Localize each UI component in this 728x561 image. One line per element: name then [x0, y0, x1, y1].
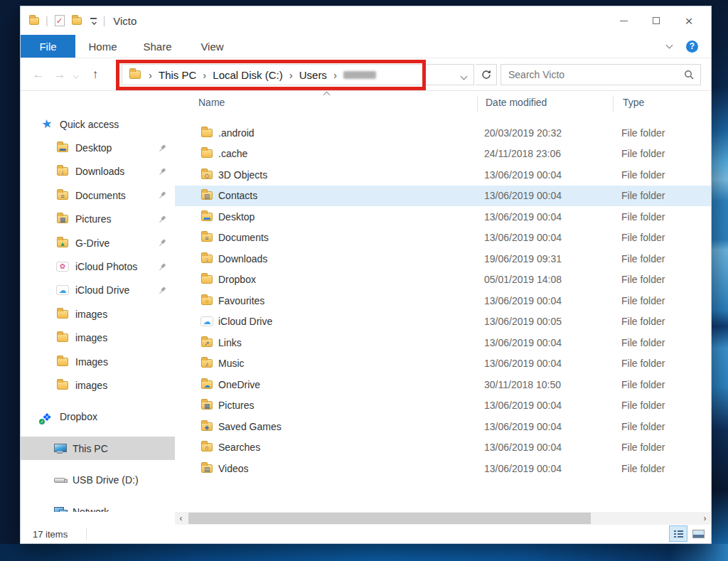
address-dropdown-button[interactable] — [461, 69, 466, 81]
tab-home[interactable]: Home — [75, 35, 130, 58]
breadcrumb-users[interactable]: Users — [299, 69, 327, 81]
breadcrumb-separator: › — [149, 69, 152, 81]
customize-qat-dropdown-icon[interactable] — [90, 18, 97, 24]
sidebar-item-g-drive[interactable]: ▲ G-Drive — [21, 231, 175, 255]
file-row-cache[interactable]: .cache24/11/2018 23:06File folder — [175, 144, 711, 165]
desktop-folder-icon: ▬ — [57, 144, 68, 152]
search-input[interactable] — [501, 69, 684, 80]
details-view-button[interactable] — [669, 525, 687, 542]
sidebar-item-downloads[interactable]: ↓ Downloads — [21, 160, 175, 183]
column-header-date-modified[interactable]: Date modified — [486, 97, 547, 108]
column-divider[interactable] — [613, 95, 614, 112]
search-icon[interactable] — [684, 70, 694, 80]
file-list: Name Date modified Type .android20/03/20… — [175, 91, 711, 512]
file-row-contacts[interactable]: ▥ Contacts13/06/2019 00:04File folder — [175, 186, 711, 207]
file-row-downloads[interactable]: ↓ Downloads19/06/2019 09:31File folder — [175, 248, 711, 269]
sidebar-item-network[interactable]: Network — [21, 500, 175, 512]
maximize-button[interactable] — [640, 6, 673, 35]
file-row-pictures[interactable]: ▦ Pictures13/06/2019 00:04File folder — [175, 395, 711, 417]
file-row-android[interactable]: .android20/03/2019 20:32File folder — [175, 122, 711, 144]
maximize-icon — [653, 17, 660, 24]
scroll-left-arrow-icon[interactable]: ‹ — [175, 512, 187, 525]
file-row-documents[interactable]: ≡ Documents13/06/2019 00:04File folder — [175, 228, 711, 249]
breadcrumb-local-disk-c[interactable]: Local Disk (C:) — [213, 69, 282, 81]
item-count: 17 items — [33, 529, 68, 540]
sidebar-item-icloud-photos[interactable]: ✿ iCloud Photos — [21, 255, 175, 278]
help-icon[interactable]: ? — [686, 41, 698, 53]
sidebar-item-label: Quick access — [60, 119, 119, 130]
folder-pictures-icon: ▦ — [201, 401, 213, 410]
folder-saved-games-icon: ◈ — [201, 422, 213, 431]
refresh-button[interactable] — [476, 64, 497, 85]
file-row-links[interactable]: ↗ Links13/06/2019 00:04File folder — [175, 332, 711, 353]
up-button[interactable]: ↑ — [85, 68, 106, 82]
breadcrumb-separator: › — [289, 69, 293, 81]
sidebar-item-label: Images — [75, 356, 108, 368]
address-folder-icon — [129, 70, 141, 79]
sidebar-item-pictures[interactable]: ▦ Pictures — [21, 208, 175, 231]
navigation-pane: ★ Quick access ▬ Desktop ↓ Downloads ≡ D… — [21, 91, 175, 512]
scroll-right-arrow-icon[interactable]: › — [699, 512, 711, 525]
sidebar-item-images-4[interactable]: images — [21, 373, 175, 397]
sidebar-item-desktop[interactable]: ▬ Desktop — [21, 136, 175, 159]
minimize-button[interactable] — [607, 6, 640, 35]
breadcrumb-separator: › — [333, 69, 337, 81]
sidebar-item-images-2[interactable]: images — [21, 326, 175, 350]
file-row-music[interactable]: ♪ Music13/06/2019 00:04File folder — [175, 353, 711, 375]
sidebar-item-usb-drive[interactable]: USB Drive (D:) — [21, 468, 175, 491]
column-header-type[interactable]: Type — [623, 97, 644, 108]
scrollbar-thumb[interactable] — [188, 513, 591, 524]
sidebar-item-quick-access[interactable]: ★ Quick access — [21, 112, 175, 136]
sidebar-item-images-1[interactable]: images — [21, 302, 175, 326]
divider: | — [46, 15, 48, 26]
folder-icon — [57, 381, 68, 390]
file-row-videos[interactable]: ▤ Videos13/06/2019 00:04File folder — [175, 458, 711, 479]
properties-qat-icon[interactable]: ✓ — [55, 15, 65, 26]
column-header-name[interactable]: Name — [198, 97, 225, 108]
this-pc-icon — [53, 444, 66, 454]
new-folder-qat-icon[interactable] — [72, 17, 82, 25]
sidebar-item-dropbox[interactable]: ❖✓ Dropbox — [21, 405, 175, 429]
thumbnails-view-button[interactable] — [689, 525, 707, 542]
sidebar-item-images-3[interactable]: Images — [21, 350, 175, 373]
file-row-saved-games[interactable]: ◈ Saved Games13/06/2019 00:04File folder — [175, 416, 711, 437]
file-row-onedrive[interactable]: ☁ OneDrive30/11/2018 10:50File folder — [175, 374, 711, 395]
file-row-dropbox[interactable]: Dropbox05/01/2019 14:08File folder — [175, 269, 711, 291]
tab-file[interactable]: File — [21, 35, 75, 58]
sidebar-item-icloud-drive[interactable]: ☁ iCloud Drive — [21, 279, 175, 302]
breadcrumb-redacted-username[interactable] — [343, 71, 376, 79]
close-button[interactable]: × — [673, 6, 705, 35]
address-bar[interactable]: › This PC › Local Disk (C:) › Users › — [122, 64, 474, 85]
tab-share[interactable]: Share — [130, 35, 185, 58]
tab-view[interactable]: View — [185, 35, 240, 58]
sidebar-item-label: images — [75, 332, 107, 343]
details-view-icon — [674, 530, 683, 538]
recent-locations-dropdown[interactable] — [70, 68, 80, 81]
file-row-icloud-drive[interactable]: ☁ iCloud Drive13/06/2019 00:05File folde… — [175, 311, 711, 333]
quick-access-star-icon: ★ — [40, 118, 54, 131]
file-row-favourites[interactable]: ★ Favourites13/06/2019 00:04File folder — [175, 290, 711, 311]
expand-ribbon-chevron-icon[interactable] — [666, 41, 673, 48]
view-toggle-buttons — [669, 525, 707, 542]
dropbox-icon: ❖✓ — [42, 412, 51, 422]
sidebar-item-documents[interactable]: ≡ Documents — [21, 183, 175, 207]
window-title: Victo — [113, 15, 136, 27]
breadcrumb-this-pc[interactable]: This PC — [159, 69, 196, 81]
ribbon-tabs: File Home Share View ? — [21, 35, 711, 58]
back-button[interactable]: ← — [28, 68, 49, 82]
pin-icon — [157, 166, 168, 177]
sidebar-item-this-pc[interactable]: This PC — [21, 437, 175, 460]
sidebar-item-label: images — [75, 309, 107, 320]
column-divider[interactable] — [477, 95, 478, 112]
navigation-bar: ← → ↑ › This PC › Local Disk (C:) › User… — [21, 58, 711, 91]
sidebar-item-label: Dropbox — [60, 411, 97, 422]
forward-button[interactable]: → — [49, 68, 70, 82]
icloud-drive-icon: ☁ — [56, 285, 69, 295]
file-row-searches[interactable]: ○ Searches13/06/2019 00:04File folder — [175, 437, 711, 459]
file-row-3d-objects[interactable]: ◇ 3D Objects13/06/2019 00:04File folder — [175, 164, 711, 186]
file-row-desktop[interactable]: ▬ Desktop13/06/2019 00:04File folder — [175, 206, 711, 228]
folder-links-icon: ↗ — [201, 338, 213, 347]
pictures-folder-icon: ▦ — [57, 215, 68, 223]
wallpaper-bottom-strip — [0, 544, 728, 561]
horizontal-scrollbar[interactable]: ‹ › — [175, 512, 711, 525]
